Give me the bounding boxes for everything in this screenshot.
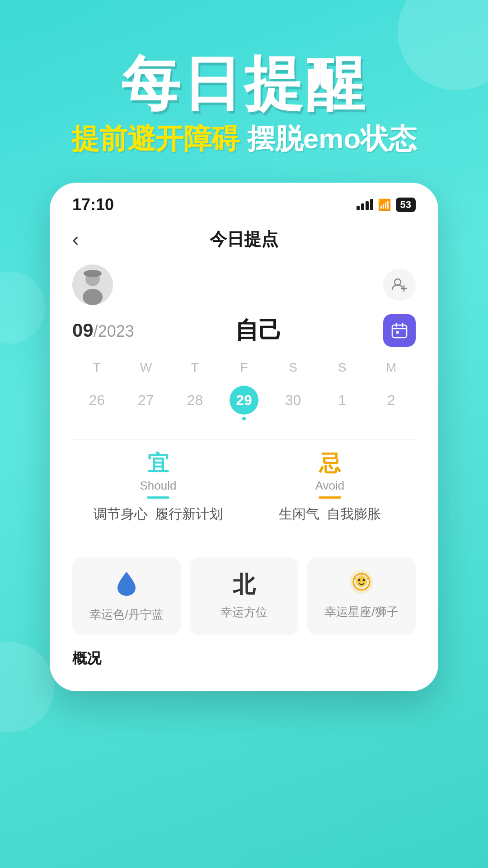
date-num-29: 29	[230, 386, 258, 415]
status-bar: 17:10 📶 53	[50, 183, 438, 219]
avoid-column: 忌 Avoid 生闲气 自我膨胀	[244, 449, 416, 525]
calendar-icon	[391, 322, 408, 339]
lucky-section: 幸运色/丹宁蓝 北 幸运方位	[50, 543, 438, 640]
lucky-color-icon	[81, 570, 172, 602]
week-day-S1: S	[268, 360, 318, 375]
add-person-icon	[391, 277, 408, 293]
svg-point-15	[358, 579, 361, 581]
should-items: 调节身心 履行新计划	[72, 503, 244, 525]
bottom-nav-label: 概况	[50, 640, 438, 673]
add-person-button[interactable]	[383, 269, 416, 301]
date-num-2: 2	[377, 386, 406, 415]
signal-icon	[357, 199, 373, 210]
section-divider-1	[72, 439, 416, 440]
profile-section	[50, 255, 438, 305]
back-button[interactable]: ‹	[72, 229, 79, 250]
wifi-icon: 📶	[378, 198, 391, 211]
week-calendar: T W T F S S M 26 27 28 29 30	[50, 351, 438, 430]
hero-subtitle: 提前避开障碍 摆脱emo状态	[0, 122, 488, 156]
should-title-en: Should	[72, 479, 244, 493]
water-drop-icon	[115, 570, 138, 597]
svg-rect-7	[392, 325, 407, 338]
lucky-constellation-label: 幸运星座/狮子	[316, 604, 407, 620]
lucky-direction-icon: 北	[199, 570, 289, 600]
svg-point-14	[356, 576, 367, 587]
person-name: 自己	[235, 315, 282, 346]
week-days-header: T W T F S S M	[72, 360, 416, 375]
date-num-28: 28	[180, 386, 209, 415]
app-header: ‹ 今日提点	[50, 219, 438, 255]
avatar-row	[72, 264, 113, 305]
bg-circle-3	[0, 271, 45, 344]
week-day-W: W	[122, 360, 171, 375]
hero-subtitle-white: 摆脱emo状态	[239, 123, 417, 154]
week-date-27[interactable]: 27	[122, 380, 171, 426]
calendar-button[interactable]	[383, 314, 416, 347]
week-day-T2: T	[170, 360, 220, 375]
avoid-title-en: Avoid	[244, 479, 416, 493]
should-column: 宜 Should 调节身心 履行新计划	[72, 449, 244, 525]
section-divider-2	[72, 534, 416, 534]
week-day-S2: S	[318, 360, 367, 375]
active-date-dot	[242, 417, 246, 420]
lucky-color-card: 幸运色/丹宁蓝	[72, 557, 181, 635]
week-date-30[interactable]: 30	[268, 380, 318, 426]
phone-mockup: 17:10 📶 53 ‹ 今日提点	[50, 183, 438, 691]
date-section: 09/2023 自己	[50, 305, 438, 351]
week-date-2[interactable]: 2	[366, 380, 416, 426]
page-title: 今日提点	[210, 228, 278, 251]
week-date-28[interactable]: 28	[170, 380, 220, 426]
lucky-constellation-card: 幸运星座/狮子	[307, 557, 416, 635]
date-num-30: 30	[279, 386, 308, 415]
week-dates: 26 27 28 29 30 1 2	[72, 380, 416, 426]
lucky-color-label: 幸运色/丹宁蓝	[81, 607, 172, 623]
lion-icon	[349, 570, 374, 594]
status-icons: 📶 53	[357, 198, 416, 212]
date-num-1: 1	[328, 386, 357, 415]
date-num-27: 27	[131, 386, 160, 415]
lucky-direction-label: 幸运方位	[199, 604, 289, 620]
week-date-26[interactable]: 26	[72, 380, 122, 426]
battery-badge: 53	[396, 198, 416, 212]
svg-point-3	[84, 270, 102, 277]
lucky-direction-card: 北 幸运方位	[190, 557, 298, 635]
date-day: 09	[72, 320, 94, 341]
should-avoid-section: 宜 Should 调节身心 履行新计划 忌 Avoid 生闲气 自我膨胀	[50, 449, 438, 525]
week-date-1[interactable]: 1	[318, 380, 367, 426]
week-date-29[interactable]: 29	[220, 380, 269, 426]
svg-rect-11	[396, 331, 399, 334]
week-day-T1: T	[72, 360, 122, 375]
hero-subtitle-yellow: 提前避开障碍	[71, 123, 239, 154]
avoid-title-zh: 忌	[244, 449, 416, 478]
status-time: 17:10	[72, 195, 114, 214]
svg-point-2	[83, 289, 103, 305]
should-underline	[147, 496, 169, 499]
week-day-F: F	[220, 360, 269, 375]
avoid-items: 生闲气 自我膨胀	[244, 503, 416, 525]
avatar[interactable]	[72, 264, 113, 305]
bg-circle-2	[0, 642, 54, 732]
avatar-image	[72, 264, 113, 305]
svg-point-16	[363, 579, 365, 581]
hero-section: 每日提醒 提前避开障碍 摆脱emo状态	[0, 0, 488, 156]
hero-title: 每日提醒	[0, 54, 488, 113]
date-display: 09/2023	[72, 320, 134, 341]
lucky-constellation-icon	[316, 570, 407, 599]
date-num-26: 26	[82, 386, 111, 415]
date-year-month: /2023	[94, 322, 134, 340]
avoid-underline	[319, 496, 341, 499]
week-day-M: M	[366, 360, 416, 375]
should-title-zh: 宜	[72, 449, 244, 478]
